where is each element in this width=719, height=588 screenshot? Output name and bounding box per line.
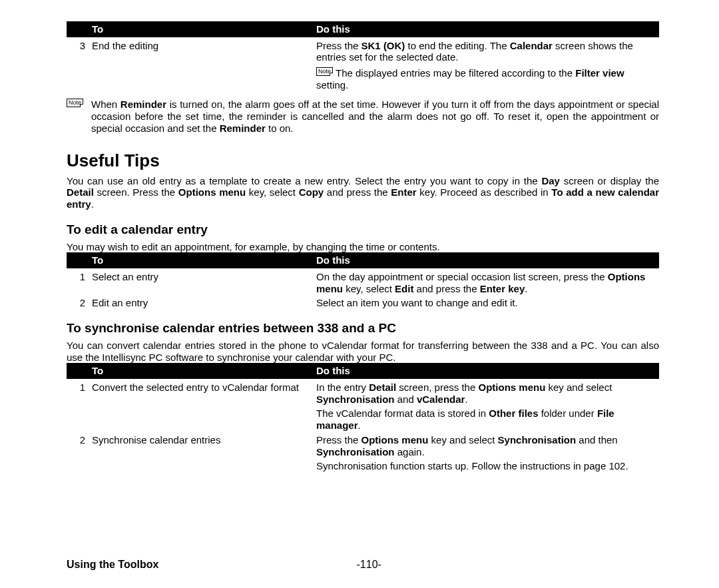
text: Press the [316, 40, 361, 51]
bold: Edit [395, 283, 413, 294]
text: and press the [413, 283, 479, 294]
bold: Options menu [178, 186, 246, 198]
text: Synchronisation function starts up. Foll… [316, 460, 655, 472]
text: . [358, 420, 361, 431]
th-to: To [88, 363, 312, 379]
bold: Synchronisation [316, 394, 395, 405]
th-to: To [88, 21, 312, 37]
text: key and select [545, 382, 612, 393]
note-icon: Note [316, 67, 333, 76]
table-edit-entry: To Do this 1 Select an entry On the day … [67, 252, 659, 309]
bold: Reminder [120, 99, 166, 110]
th-do: Do this [312, 252, 659, 268]
step-do: On the day appointment or special occasi… [312, 268, 659, 294]
text: screen, press the [396, 382, 478, 393]
page-footer: Using the Toolbox -110- [67, 559, 659, 571]
bold: Filter view [575, 67, 624, 79]
text: to end the editing. The [405, 40, 509, 51]
table-row: 2 Synchronise calendar entries Press the… [67, 432, 659, 472]
th-to: To [88, 252, 312, 268]
text: screen or display the [560, 175, 659, 186]
step-to: Edit an entry [88, 294, 312, 309]
bold: Other files [489, 408, 538, 419]
th-do: Do this [312, 363, 659, 379]
bold: Enter [391, 186, 416, 198]
bold: Synchronisation [498, 434, 577, 445]
useful-tips-paragraph: You can use an old entry as a template t… [67, 175, 659, 210]
step-to: Convert the selected entry to vCalendar … [88, 379, 312, 432]
bold: Detail [369, 382, 396, 393]
text: to on. [266, 123, 294, 134]
table-row: 1 Select an entry On the day appointment… [67, 268, 659, 294]
text: You can use an old entry as a template t… [67, 175, 541, 186]
th-step [67, 363, 88, 379]
text: key, select [246, 186, 299, 198]
text: and press the [324, 186, 391, 198]
heading-useful-tips: Useful Tips [67, 150, 659, 171]
table-note-row: NoteThe displayed entries may be filtere… [67, 63, 659, 93]
text: and then [576, 434, 618, 445]
text: The vCalendar format data is stored in [316, 408, 489, 419]
text: setting. [316, 79, 348, 91]
edit-intro: You may wish to edit an appointment, for… [67, 241, 659, 253]
text: When [91, 99, 120, 110]
th-step [67, 21, 88, 37]
step-do: Press the Options menu key and select Sy… [312, 432, 659, 472]
text: The displayed entries may be filtered ac… [336, 67, 575, 79]
step-number: 2 [67, 294, 88, 309]
bold: Options menu [478, 382, 545, 393]
table-sync: To Do this 1 Convert the selected entry … [67, 363, 659, 472]
step-number: 1 [67, 379, 88, 432]
table-row: 1 Convert the selected entry to vCalenda… [67, 379, 659, 432]
step-to: Synchronise calendar entries [88, 432, 312, 472]
text: Press the [316, 434, 361, 445]
step-number: 2 [67, 432, 88, 472]
text: key. Proceed as described in [417, 186, 552, 198]
text: In the entry [316, 382, 369, 393]
heading-sync: To synchronise calendar entries between … [67, 321, 659, 336]
step-do: Select an item you want to change and ed… [312, 294, 659, 309]
step-do: Press the SK1 (OK) to end the editing. T… [312, 37, 659, 63]
bold: Reminder [220, 123, 266, 134]
note-icon: Note [67, 99, 83, 107]
text: . [465, 394, 467, 405]
text: key and select [428, 434, 497, 445]
text: . [525, 283, 527, 294]
bold: Synchronisation [316, 446, 395, 457]
bold: Copy [299, 186, 324, 198]
text: again. [395, 446, 425, 457]
bold: vCalendar [417, 394, 465, 405]
heading-edit-entry: To edit a calendar entry [67, 222, 659, 237]
text: On the day appointment or special occasi… [316, 271, 608, 282]
footer-section: Using the Toolbox [67, 559, 158, 571]
text: and [395, 394, 417, 405]
step-to: End the editing [88, 37, 312, 63]
text: key, select [343, 283, 395, 294]
step-number: 1 [67, 268, 88, 294]
step-number: 3 [67, 37, 88, 63]
th-step [67, 252, 88, 268]
bold: Options menu [361, 434, 429, 445]
bold: SK1 (OK) [361, 40, 405, 51]
table-row: 3 End the editing Press the SK1 (OK) to … [67, 37, 659, 63]
bold: Detail [67, 186, 94, 198]
step-do: In the entry Detail screen, press the Op… [312, 379, 659, 432]
bold: Day [541, 175, 560, 186]
text: folder under [538, 408, 597, 419]
text: is turned on, the alarm goes off at the … [91, 99, 659, 133]
manual-page: To Do this 3 End the editing Press the S… [0, 0, 719, 588]
page-number: -110- [158, 559, 579, 571]
step-to: Select an entry [88, 268, 312, 294]
th-do: Do this [312, 21, 659, 37]
bold: Enter key [480, 283, 525, 294]
table-row: 2 Edit an entry Select an item you want … [67, 294, 659, 309]
text: . [91, 198, 94, 210]
global-note: Note When Reminder is turned on, the ala… [67, 99, 659, 134]
table-end-editing: To Do this 3 End the editing Press the S… [67, 21, 659, 93]
sync-intro: You can convert calendar entries stored … [67, 340, 659, 363]
bold: Calendar [510, 40, 553, 51]
text: screen. Press the [94, 186, 178, 198]
